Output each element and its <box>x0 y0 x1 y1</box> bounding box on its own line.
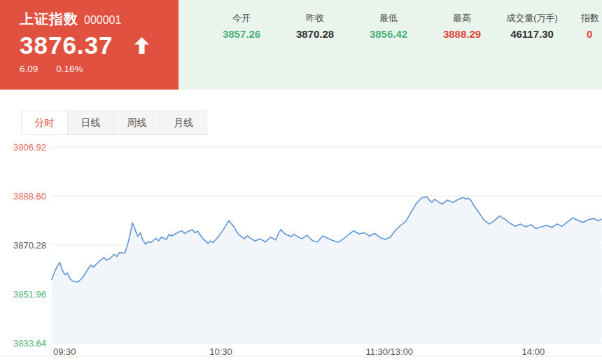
price-area-fill <box>52 197 601 343</box>
quote-header: 上证指数 000001 3876.37 6.09 0.16% 今开 3857.2… <box>0 0 602 90</box>
stat-label: 成交量(万手) <box>506 13 558 23</box>
stat-value: 0 <box>581 28 602 40</box>
index-change-percent: 0.16% <box>56 64 83 74</box>
tab-monthly[interactable]: 月线 <box>160 111 206 134</box>
stats-row: 今开 3857.26 昨收 3870.28 最低 3856.42 最高 3888… <box>0 11 602 53</box>
y-axis-label: 3888.60 <box>13 191 46 202</box>
stat-value: 3870.28 <box>279 28 351 40</box>
y-axis-label: 3906.92 <box>13 142 46 153</box>
x-axis-label: 14:00 <box>522 346 545 357</box>
stat-open: 今开 3857.26 <box>205 11 278 40</box>
y-axis-label: 3833.64 <box>13 338 46 349</box>
intraday-chart[interactable]: 3906.923888.603870.283851.963833.6409:30… <box>0 136 602 364</box>
x-axis-label: 11:30/13:00 <box>365 346 413 357</box>
tab-weekly[interactable]: 周线 <box>114 111 160 134</box>
stat-value: 3857.26 <box>205 28 278 40</box>
stat-value: 46117.30 <box>488 28 576 40</box>
period-tabs: 分时 日线 周线 月线 <box>21 111 207 135</box>
stat-low: 最低 3856.42 <box>352 11 425 40</box>
stat-volume: 成交量(万手) 46117.30 <box>488 11 576 40</box>
stat-value: 3856.42 <box>352 28 425 40</box>
stat-label: 指数 <box>581 13 599 23</box>
stat-clipped-column: 指数 0 <box>581 11 602 40</box>
stat-prev-close: 昨收 3870.28 <box>279 11 351 40</box>
stat-label: 昨收 <box>306 13 324 23</box>
x-axis-label: 10:30 <box>209 346 232 357</box>
stock-quote-page: 上证指数 000001 3876.37 6.09 0.16% 今开 3857.2… <box>0 0 602 364</box>
tab-daily[interactable]: 日线 <box>68 111 114 134</box>
y-axis-label: 3851.96 <box>13 289 46 300</box>
index-change: 6.09 <box>20 64 38 74</box>
stat-label: 最低 <box>379 13 398 23</box>
intraday-chart-svg[interactable]: 3906.923888.603870.283851.963833.6409:30… <box>0 136 602 364</box>
stat-label: 今开 <box>232 13 251 23</box>
stat-label: 最高 <box>453 13 471 23</box>
index-change-row: 6.09 0.16% <box>20 64 178 74</box>
x-axis-label: 09:30 <box>53 346 76 357</box>
y-axis-label: 3870.28 <box>13 240 46 251</box>
tab-minute[interactable]: 分时 <box>22 111 68 134</box>
